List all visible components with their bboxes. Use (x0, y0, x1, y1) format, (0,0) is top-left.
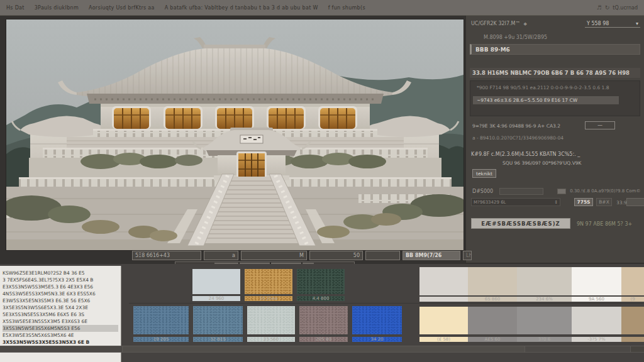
swatch-label (621, 337, 644, 342)
field-row: D#S000 0.30.!£.8 0A.a9?9(0)?9.8 Com© (472, 187, 641, 195)
list-item[interactable]: X5S3W5E5E3N5S5X3M5 E3X6S3 6E (3, 318, 118, 325)
temple-image (6, 19, 464, 250)
info-line-2-selected[interactable]: ~9743 e6±3.6 28.6~5.5.50 E9 E16 17 CW (473, 96, 619, 104)
spec-row: 9=?9E 3K 4:96 09488 96-9 A+ CA3.2 — (472, 121, 640, 130)
toolbar-segment[interactable] (365, 251, 400, 260)
horizontal-scrollbar[interactable] (0, 346, 644, 353)
color-swatch[interactable] (517, 267, 572, 295)
color-swatch[interactable] (468, 267, 517, 295)
spec-button[interactable]: — (585, 121, 615, 129)
batch-button[interactable]: 775S (574, 198, 593, 206)
layer-label: BBB 89·M6 (475, 47, 510, 53)
color-swatch[interactable] (572, 307, 621, 334)
value-input[interactable] (499, 188, 543, 195)
slider-row: M?9633429 6L ↕ 775S B#X 33:94¢ 4 (471, 198, 644, 207)
texture-swatch[interactable] (193, 306, 243, 334)
swatch-label: 19 205 (133, 337, 189, 342)
list-item[interactable]: 5E3X5S3N5E5S3X5M6 E6X5 E6 3S (3, 311, 118, 318)
preset-dropdown[interactable]: Y 558 98 ▾ (585, 19, 640, 28)
application-window: Hs Dat3Pauls diukIbnmAorsiuqty Usd brfKt… (0, 0, 644, 362)
list-item[interactable]: KSW96Z5E3E1RLM0?2S2 B4 36 E5 (3, 270, 118, 277)
color-swatch[interactable] (419, 307, 468, 334)
scrollbar-segment[interactable] (0, 346, 123, 352)
texture-swatch[interactable] (247, 306, 295, 334)
color-label-row-1: 6S 860234 6%9A 560(9 (419, 297, 644, 302)
panel-header: UC/GFR2K 32I7.M™ ◆ Y 558 98 ▾ (471, 19, 640, 28)
caret-down-icon: ▾ (636, 21, 638, 26)
texture-swatch[interactable] (297, 269, 345, 294)
texture-swatch[interactable] (133, 306, 189, 334)
edge-button[interactable] (626, 198, 644, 206)
color-chip[interactable] (557, 189, 566, 194)
list-item[interactable]: E3X5S3N5W5S3M5E5.3 E6 4E3X3 E56 (3, 283, 118, 290)
toolbar-segment[interactable]: 50 (309, 251, 363, 260)
layer-row-selected[interactable]: BBB 89·M6 (470, 44, 640, 55)
menu-item[interactable]: A batafk ufba: VabItbey d tanbabu t ba 3… (165, 5, 318, 11)
color-swatch[interactable] (572, 267, 621, 295)
color-swatch[interactable] (468, 307, 517, 334)
list-item[interactable]: 3X5S3N5W5S3X5E5S3N5X3 6E B (3, 339, 118, 346)
spec-text: 9=?9E 3K 4:96 09488 96-9 A+ CA3.2 (472, 123, 560, 129)
bottom-toolbar: 5Ξ8 6616+43aM50BB 8M9(7/26Lhu·thata (132, 251, 472, 260)
confirm-button[interactable]: teknikt (472, 169, 496, 178)
menubar-status: tQ.ucrnad (613, 5, 638, 11)
toolbar-segment[interactable]: a (204, 251, 238, 260)
swatch-label: 10 25Aa (245, 296, 292, 301)
menubar-items: Hs Dat3Pauls diukIbnmAorsiuqty Usd brfKt… (6, 5, 375, 11)
list-item[interactable]: E5X3W5E3S5N5X6S3M5X6 4E (3, 332, 118, 339)
diamond-pin-icon[interactable]: ◆ (523, 21, 526, 26)
preset-dropdown-value: Y 558 98 (587, 21, 609, 26)
panel-note: a - 89410.0.20?0C?1/33496906980-04 (472, 135, 564, 141)
toolbar-segment[interactable]: Lhu·thata (463, 251, 472, 260)
swatch-label: 9A 560 (572, 297, 621, 302)
color-swatch[interactable] (517, 307, 572, 334)
section-header[interactable]: 33.8 H16MS NBLMC 79OB 6B6 7 B 66 78 A9S … (470, 68, 640, 78)
speaker-icon[interactable]: ♬ (597, 4, 602, 11)
color-swatch[interactable] (419, 267, 468, 295)
menu-item[interactable]: Hs Dat (6, 5, 25, 11)
texture-label-row-2: 19 20532 B1523 560205 8034 20 (133, 337, 402, 342)
scrollbar-segment[interactable] (631, 346, 644, 352)
field-label: D#S000 (472, 189, 493, 194)
toolbar-segment[interactable]: 5Ξ8 6616+43 (132, 251, 201, 260)
color-swatch[interactable] (621, 267, 644, 295)
menu-item[interactable]: f fun shumb(s (328, 5, 365, 11)
texture-swatch[interactable] (192, 269, 240, 294)
list-item[interactable]: 4N5S3W5E5S3X5M5N3.3E 6X3 E5S5X6 (3, 290, 118, 297)
swatch-label: 24 960 (192, 296, 240, 301)
swatch-label: -3?5 7% (572, 337, 621, 342)
texture-swatch[interactable] (245, 269, 292, 294)
swatch-label: (£ 58) (419, 337, 468, 342)
swatch-label: 23 560 (247, 337, 295, 342)
texture-swatch[interactable] (352, 306, 402, 334)
menu-item[interactable]: Aorsiuqty Usd brfKtrs aa (89, 5, 155, 11)
bottom-panel: KSW96Z5E3E1RLM0?2S2 B4 36 E53 7EX5FS6E4S… (0, 264, 644, 362)
menu-item[interactable]: 3Pauls diukIbnm (35, 5, 79, 11)
list-item[interactable]: 3 7EX5FS6E4S.3EL?5?5X3 2X5 E5X4 B (3, 277, 118, 283)
path-textfield[interactable]: M?9633429 6L ↕ (471, 198, 560, 206)
color-swatch[interactable] (621, 307, 644, 334)
toolbar-segment[interactable]: BB 8M9(7/26 (402, 251, 460, 260)
swatch-label: (9 (621, 297, 644, 302)
scrollbar-segment[interactable] (525, 346, 631, 352)
set-button[interactable]: B#X (596, 198, 612, 206)
up-down-stepper-icon[interactable]: ↕ (554, 200, 558, 205)
swatch-label: 234 6% (517, 297, 572, 302)
panel-paragraph-2: SQU 96 396/09? 00*96?9'UQ.V9K (502, 160, 581, 166)
list-item[interactable]: E3W5S3X5E5N3S5M3 E6.3E 56 E5X6 (3, 297, 118, 304)
list-item[interactable]: 3X5E3S5N3W5S6E5X3.3E 5X4 2X3E (3, 304, 118, 311)
color-swatch-row-2 (419, 307, 644, 334)
action-note: 9N 97 ABE 86M 5? 3+ (577, 221, 632, 227)
primary-action-button[interactable]: EÆ#SBÆSSBÆSBÆS)Z (471, 218, 570, 229)
list-item[interactable]: 3X5S3N5W5E3S5X6M5N5S3 E56 (3, 325, 118, 332)
field-note: 0.30.!£.8 0A.a9?9(0)?9.8 Com© (570, 189, 640, 194)
swatch-label: 4.4 800 (297, 296, 345, 301)
toolbar-segment[interactable]: M (241, 251, 307, 260)
texture-swatch[interactable] (299, 306, 348, 334)
scrollbar-thumb[interactable] (123, 346, 525, 352)
texture-swatch-row-2 (133, 306, 402, 334)
canvas-viewport[interactable] (6, 19, 464, 251)
color-swatch-row-1 (419, 267, 644, 295)
refresh-icon[interactable]: ↻ (605, 4, 610, 11)
swatch-divider (129, 303, 644, 304)
